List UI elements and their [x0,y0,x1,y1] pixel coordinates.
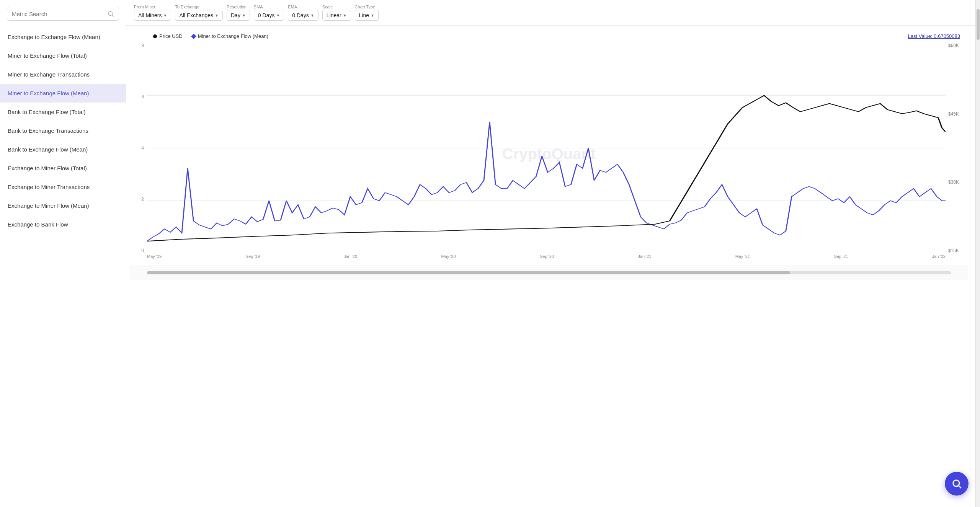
to-exchange-label: To Exchange [175,5,223,9]
chart-type-select[interactable]: Line ▼ [355,10,379,21]
svg-point-7 [953,480,959,486]
to-exchange-value: All Exchanges [179,12,213,18]
scroll-thumb[interactable] [147,271,790,274]
price-dot [153,34,157,38]
metric-diamond [191,33,196,39]
sidebar-item-9[interactable]: Exchange to Miner Flow (Mean) [0,196,126,215]
sidebar-item-3[interactable]: Miner to Exchange Flow (Mean) [0,84,126,103]
resolution-select[interactable]: Day ▼ [227,10,250,21]
legend-items: Price USD Miner to Exchange Flow (Mean) [153,33,268,39]
sma-value: 0 Days [258,12,275,18]
y-right-label: $60K [948,43,959,48]
scroll-indicator[interactable] [130,265,968,280]
x-label: Sep '20 [540,254,554,259]
y-right-label: $30K [948,179,959,185]
fab-button[interactable] [945,472,969,496]
legend-metric-label: Miner to Exchange Flow (Mean) [198,33,268,39]
scale-chevron: ▼ [343,13,347,18]
sidebar-item-2[interactable]: Miner to Exchange Transactions [0,65,126,84]
y-right-label: $15K [948,248,959,253]
y-right-label: $45K [948,111,959,117]
sidebar-item-0[interactable]: Exchange to Exchange Flow (Mean) [0,28,126,46]
sidebar-list: Exchange to Exchange Flow (Mean)Miner to… [0,28,126,234]
scroll-track[interactable] [147,271,951,274]
right-scrollbar[interactable] [975,0,980,507]
fab-search-icon [951,478,962,489]
from-miner-select[interactable]: All Miners ▼ [134,10,171,21]
sma-chevron: ▼ [276,13,280,18]
search-container [0,7,126,28]
y-axis-left: 02468 [130,43,145,253]
from-miner-value: All Miners [138,12,162,18]
toolbar: From Miner All Miners ▼ To Exchange All … [126,0,975,26]
y-left-label: 8 [141,43,144,48]
ema-value: 0 Days [292,12,309,18]
sidebar-item-5[interactable]: Bank to Exchange Transactions [0,121,126,140]
ema-label: EMA [288,5,318,9]
search-box[interactable] [7,7,119,21]
x-label: Jan '22 [932,254,946,259]
y-left-label: 0 [141,248,144,253]
from-miner-group: From Miner All Miners ▼ [134,5,171,21]
scrollbar-thumb[interactable] [977,9,980,40]
resolution-chevron: ▼ [242,13,246,18]
legend-metric: Miner to Exchange Flow (Mean) [192,33,268,39]
search-input[interactable] [12,11,107,17]
resolution-value: Day [231,12,240,18]
y-left-label: 4 [141,145,144,151]
x-label: May '21 [735,254,750,259]
to-exchange-chevron: ▼ [215,13,219,18]
y-left-label: 6 [141,94,144,99]
sidebar: Exchange to Exchange Flow (Mean)Miner to… [0,0,126,507]
scale-select[interactable]: Linear ▼ [322,10,351,21]
metric-line [147,122,946,241]
scale-label: Scale [322,5,351,9]
from-miner-label: From Miner [134,5,171,9]
x-axis: May '19Sep '19Jan '20May '20Sep '20Jan '… [147,254,946,265]
svg-point-0 [108,11,113,16]
sidebar-item-4[interactable]: Bank to Exchange Flow (Total) [0,103,126,121]
sma-group: SMA 0 Days ▼ [254,5,284,21]
from-miner-chevron: ▼ [163,13,167,18]
chart-type-value: Line [359,12,369,18]
scale-value: Linear [327,12,341,18]
ema-chevron: ▼ [310,13,314,18]
ema-select[interactable]: 0 Days ▼ [288,10,318,21]
resolution-label: Resolution [227,5,250,9]
chart-legend: Price USD Miner to Exchange Flow (Mean) … [130,29,968,41]
x-label: Jan '21 [638,254,651,259]
y-axis-right: $15K$30K$45K$60K [947,43,968,253]
svg-line-1 [112,15,113,16]
last-value[interactable]: Last Value: 0.67050083 [908,33,960,39]
x-label: Jan '20 [344,254,357,259]
x-label: May '20 [441,254,456,259]
scale-group: Scale Linear ▼ [322,5,351,21]
sidebar-item-10[interactable]: Exchange to Bank Flow [0,215,126,234]
legend-price: Price USD [153,33,183,39]
chart-svg [147,43,946,253]
to-exchange-select[interactable]: All Exchanges ▼ [175,10,223,21]
chart-area: Price USD Miner to Exchange Flow (Mean) … [126,26,975,507]
sidebar-item-6[interactable]: Bank to Exchange Flow (Mean) [0,140,126,159]
sma-select[interactable]: 0 Days ▼ [254,10,284,21]
chart-type-label: Chart Type [355,5,379,9]
y-left-label: 2 [141,197,144,202]
ema-group: EMA 0 Days ▼ [288,5,318,21]
chart-type-group: Chart Type Line ▼ [355,5,379,21]
chart-type-chevron: ▼ [371,13,374,18]
sidebar-item-1[interactable]: Miner to Exchange Flow (Total) [0,46,126,65]
svg-line-8 [959,486,961,488]
x-label: Sep '21 [834,254,848,259]
sidebar-item-8[interactable]: Exchange to Miner Transactions [0,178,126,196]
chart-wrapper: CryptoQuant 02468 $15K$30K$45K$60K [130,43,968,265]
resolution-group: Resolution Day ▼ [227,5,250,21]
x-label: May '19 [147,254,162,259]
chart-svg-container [147,43,946,253]
legend-price-label: Price USD [159,33,183,39]
search-icon [107,10,114,17]
to-exchange-group: To Exchange All Exchanges ▼ [175,5,223,21]
sidebar-item-7[interactable]: Exchange to Miner Flow (Total) [0,159,126,178]
main-content: From Miner All Miners ▼ To Exchange All … [126,0,975,507]
x-label: Sep '19 [246,254,260,259]
sma-label: SMA [254,5,284,9]
